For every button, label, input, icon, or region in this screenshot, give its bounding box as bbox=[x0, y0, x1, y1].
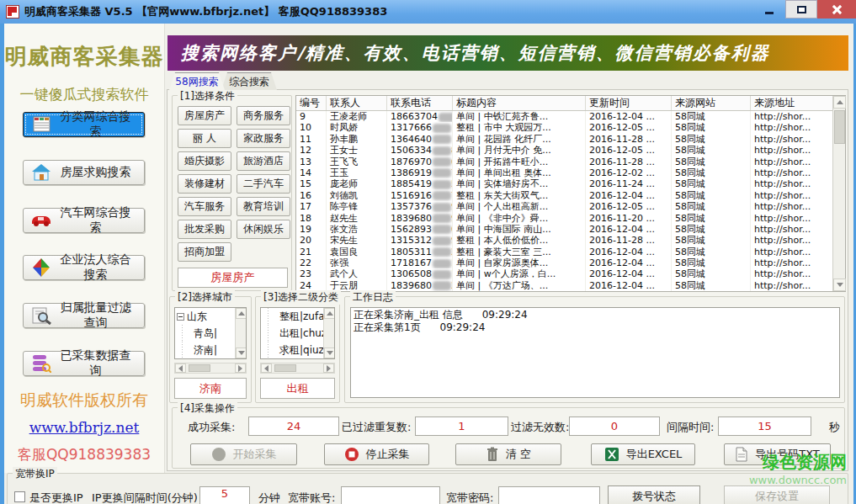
table-row[interactable]: 10时凤娇1317666整租 | 市中 大观园万...2016-12-05 ..… bbox=[296, 122, 845, 133]
cell-source: 58同城 bbox=[672, 201, 751, 212]
category-button[interactable]: 二手汽车 bbox=[237, 174, 290, 194]
table-scrollbar[interactable] bbox=[832, 96, 845, 291]
category-button[interactable]: 家政服务 bbox=[237, 129, 290, 148]
category-button[interactable]: 休闲娱乐 bbox=[237, 220, 290, 239]
clear-button[interactable]: 清 空 bbox=[455, 443, 561, 465]
account-input[interactable] bbox=[341, 486, 440, 504]
cell-source: 58同城 bbox=[672, 235, 751, 246]
sidebar-button-label: 企业法人综合搜索 bbox=[56, 252, 144, 283]
column-header[interactable]: 标题内容 bbox=[453, 96, 586, 110]
sidebar-button-house[interactable]: 房屋求购搜索 bbox=[23, 160, 145, 185]
cell-url: http://shor... bbox=[751, 201, 833, 212]
category-button[interactable]: 汽车服务 bbox=[178, 197, 231, 216]
cell-updated: 2016-12-04 ... bbox=[586, 224, 672, 235]
category-button[interactable]: 教育培训 bbox=[237, 197, 290, 216]
table-row[interactable]: 19张文浩15628930单间 | 中海国际 南山...2016-12-04 .… bbox=[296, 224, 845, 235]
city-tree[interactable]: 山东青岛|济南| bbox=[174, 307, 247, 359]
category-button[interactable]: 房屋房产 bbox=[178, 106, 231, 125]
table-row[interactable]: 14王玉13869197单间 | 单间出租 奥体...2016-12-02 ..… bbox=[296, 167, 845, 178]
sidebar-button-car[interactable]: 汽车网综合搜索 bbox=[23, 208, 145, 233]
scroll-up-icon[interactable] bbox=[833, 96, 846, 109]
category-button[interactable]: 旅游酒店 bbox=[237, 151, 290, 171]
dial-status-button[interactable]: 拨号状态 bbox=[608, 485, 700, 504]
titlebar: 明威商客采集器 V5.5 【官网www.bfbrjz.net】 客服QQ9188… bbox=[0, 0, 856, 24]
change-ip-checkbox[interactable] bbox=[14, 491, 25, 502]
column-header[interactable]: 更新时间 bbox=[586, 96, 672, 110]
subcategory-tree[interactable]: 整租|zufan出租|chuzu求租|qiuzu bbox=[260, 307, 335, 359]
sidebar-button-search-doc[interactable]: 归属批量过滤查询 bbox=[23, 303, 145, 328]
column-header[interactable]: 联系电话 bbox=[387, 96, 453, 110]
cell-source: 58同城 bbox=[672, 190, 751, 201]
scroll-down-icon[interactable] bbox=[833, 279, 846, 291]
maximize-button[interactable] bbox=[785, 0, 817, 19]
stat-invalid-label: 过滤无效数: bbox=[511, 420, 569, 435]
cell-source: 58同城 bbox=[672, 268, 751, 279]
cell-source: 58同城 bbox=[672, 134, 751, 145]
city-tree-label: 山东 bbox=[187, 310, 207, 322]
collect-group-title: [4]采集操作 bbox=[178, 401, 237, 416]
category-button[interactable]: 批发采购 bbox=[178, 220, 231, 239]
city-group-title: [2]选择城市 bbox=[175, 290, 235, 305]
maximize-icon bbox=[797, 6, 806, 13]
action-button-label: 开始采集 bbox=[233, 447, 277, 462]
tab-58-search[interactable]: 58网搜索 bbox=[169, 72, 225, 90]
save-settings-button[interactable]: 保存设置 bbox=[724, 485, 830, 504]
cell-title: 单间 | 个人出租高新... bbox=[453, 201, 586, 212]
column-header[interactable]: 编号 bbox=[296, 96, 327, 110]
table-row[interactable]: 21袁国良18053112整租 | 豪装大三室 三...2016-12-04 .… bbox=[296, 247, 845, 257]
close-button[interactable] bbox=[817, 0, 856, 19]
cell-url: http://shor... bbox=[751, 224, 833, 235]
cell-contact: 王飞飞 bbox=[327, 157, 387, 167]
category-button[interactable]: 装修建材 bbox=[178, 174, 231, 194]
action-button-label: 停止采集 bbox=[366, 447, 410, 462]
cell-updated: 2016-12-04 ... bbox=[586, 111, 672, 122]
sidebar-button-diamond[interactable]: 企业法人综合搜索 bbox=[23, 255, 145, 280]
cell-phone: 18053112 bbox=[387, 247, 453, 257]
table-row[interactable]: 23武个人13065081单间 | w个人房源，白...2016-12-04 .… bbox=[296, 268, 845, 279]
sidebar-button-label: 房屋求购搜索 bbox=[56, 165, 144, 180]
tree-expander-icon[interactable] bbox=[177, 313, 184, 321]
category-button[interactable]: 商务服务 bbox=[237, 106, 290, 125]
scroll-thumb[interactable] bbox=[834, 110, 845, 144]
category-button[interactable]: 丽 人 bbox=[178, 129, 231, 148]
cell-source: 58同城 bbox=[672, 213, 751, 224]
column-header[interactable]: 来源地址 bbox=[751, 96, 833, 110]
column-header[interactable]: 联系人 bbox=[327, 96, 387, 110]
table-row[interactable]: 18赵先生18396809单间 | 《非中介》舜...2016-11-20 ..… bbox=[296, 213, 845, 224]
cell-url: http://shor... bbox=[751, 134, 833, 145]
cell-updated: 2016-11-24 ... bbox=[586, 178, 672, 189]
table-row[interactable]: 12王女士15063348单间 | 月付无中介 免...2016-12-05 .… bbox=[296, 145, 845, 156]
start-collect-button[interactable]: 开始采集 bbox=[190, 443, 297, 465]
sidebar-button-database[interactable]: 已采集数据查询 bbox=[23, 351, 145, 376]
minimize-button[interactable] bbox=[753, 0, 785, 19]
category-button[interactable]: 婚庆摄影 bbox=[178, 151, 231, 171]
export-excel-button[interactable]: 导出EXCEL bbox=[591, 443, 695, 465]
category-button[interactable]: 招商加盟 bbox=[178, 242, 231, 262]
table-row[interactable]: 9王凌老师18663704单间 | 中铁汇苑齐鲁...2016-12-04 ..… bbox=[296, 111, 845, 122]
cell-title: 单间 | w个人房源，白... bbox=[453, 268, 586, 279]
table-row[interactable]: 22张强17181671单间 | 自家房源奥体...2016-12-04 ...… bbox=[296, 257, 845, 268]
stat-dup-label: 已过滤重复数: bbox=[342, 420, 411, 435]
password-input[interactable] bbox=[498, 486, 600, 504]
sidebar-button-spreadsheet[interactable]: 分类网综合搜索 bbox=[23, 112, 145, 137]
stop-collect-button[interactable]: 停止采集 bbox=[324, 443, 429, 465]
city-tree-hscrollbar[interactable] bbox=[174, 363, 247, 374]
collect-group: [4]采集操作 成功采集: 24 已过滤重复数: 1 过滤无效数: 0 间隔时间… bbox=[172, 407, 845, 469]
subcategory-tree-scrollbar[interactable] bbox=[323, 308, 334, 358]
cell-contact: 时凤娇 bbox=[327, 122, 387, 133]
website-link[interactable]: www.bfbrjz.net bbox=[4, 419, 164, 436]
table-row[interactable]: 16刘德凯15169167整租 | 东关大街双气...2016-12-04 ..… bbox=[296, 190, 845, 201]
cell-source: 58同城 bbox=[672, 178, 751, 189]
interval-input[interactable]: 5 bbox=[199, 486, 250, 504]
table-row[interactable]: 15庞老师18854195单间 | 实体墙好房不...2016-11-24 ..… bbox=[296, 178, 845, 189]
export-txt-button[interactable]: 导出号码TXT bbox=[724, 443, 831, 465]
table-row[interactable]: 11孙丰鹏1364640单间 | 花园路 化纤厂...2016-11-28 ..… bbox=[296, 134, 845, 145]
tab-combined-search[interactable]: 综合搜索 bbox=[221, 72, 277, 90]
table-row[interactable]: 20宋先生13153129整租 | 本人低价低价...2016-11-28 ..… bbox=[296, 235, 845, 246]
selected-category-box: 房屋房产 bbox=[178, 268, 288, 288]
table-row[interactable]: 13王飞飞18769706单间 | 开拓路牛旺小...2016-11-28 ..… bbox=[296, 157, 845, 167]
table-row[interactable]: 17陈亭锋13573769单间 | 个人出租高新...2016-12-05 ..… bbox=[296, 201, 845, 212]
city-tree-scrollbar[interactable] bbox=[235, 308, 246, 358]
column-header[interactable]: 来源网站 bbox=[672, 96, 751, 110]
subcategory-tree-hscrollbar[interactable] bbox=[260, 363, 335, 374]
